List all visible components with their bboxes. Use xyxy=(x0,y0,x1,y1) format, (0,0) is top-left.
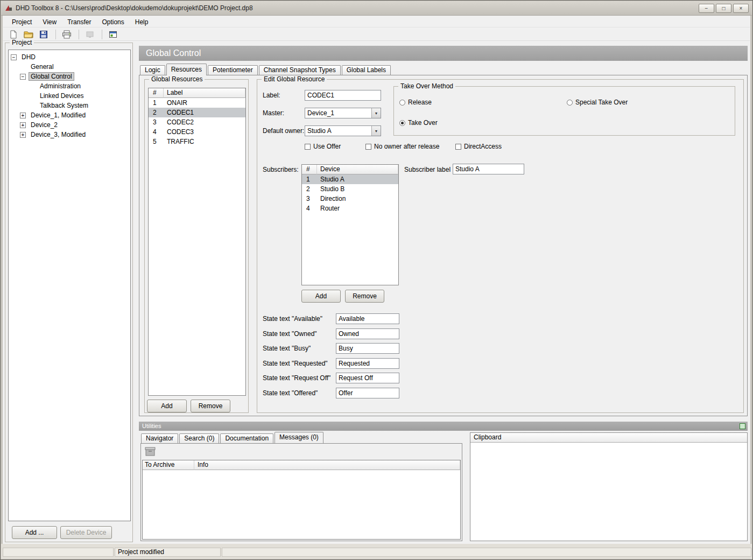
device-window-icon[interactable] xyxy=(106,29,119,40)
use-offer-checkbox[interactable]: Use Offer xyxy=(305,143,341,150)
project-tree[interactable]: −DHDGeneral−Global ControlAdministration… xyxy=(8,50,131,521)
tab-resources[interactable]: Resources xyxy=(166,64,207,75)
remove-resource-button[interactable]: Remove xyxy=(191,400,230,412)
radio-icon xyxy=(567,100,573,106)
menu-item-options[interactable]: Options xyxy=(96,17,129,27)
collapse-icon[interactable]: − xyxy=(20,74,26,80)
tree-item-device-1-modified[interactable]: +Device_1, Modified xyxy=(9,110,130,120)
direct-access-checkbox[interactable]: DirectAccess xyxy=(455,143,502,150)
radio-label: Special Take Over xyxy=(575,99,628,106)
menu-item-view[interactable]: View xyxy=(37,17,62,27)
state-text-label: State text "Requested" xyxy=(263,360,328,367)
print-icon[interactable] xyxy=(60,29,73,40)
tab-channel-snapshot-types[interactable]: Channel Snapshot Types xyxy=(259,65,341,75)
state-text-input-available[interactable] xyxy=(336,313,399,324)
tab-potentiometer[interactable]: Potentiometer xyxy=(208,65,258,75)
table-header: To ArchiveInfo xyxy=(143,460,460,470)
menu-item-help[interactable]: Help xyxy=(130,17,154,27)
expand-icon[interactable]: + xyxy=(20,113,26,118)
save-icon[interactable] xyxy=(37,29,50,40)
table-header: #Device xyxy=(302,165,398,174)
status-message: Project modified xyxy=(115,548,221,557)
resource-row-codec1[interactable]: 2CODEC1 xyxy=(149,108,245,117)
expand-icon[interactable]: + xyxy=(20,122,26,128)
subscriber-row-studio-b[interactable]: 2Studio B xyxy=(302,184,398,194)
expand-icon[interactable]: + xyxy=(20,132,26,138)
subscriber-row-direction[interactable]: 3Direction xyxy=(302,194,398,204)
table-body: 1ONAIR2CODEC13CODEC24CODEC35TRAFFIC xyxy=(149,98,245,395)
resource-row-traffic[interactable]: 5TRAFFIC xyxy=(149,137,245,146)
tree-item-device-2[interactable]: +Device_2 xyxy=(9,120,130,130)
menu-item-transfer[interactable]: Transfer xyxy=(62,17,96,27)
subscriber-label-input[interactable] xyxy=(453,164,524,174)
state-text-input-offer[interactable] xyxy=(336,388,399,398)
subscriber-row-router[interactable]: 4Router xyxy=(302,204,398,213)
expand-panel-icon[interactable] xyxy=(740,423,745,429)
collapse-icon[interactable]: − xyxy=(11,54,17,60)
no-owner-after-release-checkbox[interactable]: No owner after release xyxy=(365,143,439,150)
chevron-down-icon[interactable]: ▼ xyxy=(371,108,381,118)
add-device-button[interactable]: Add ... xyxy=(12,526,57,539)
utility-tab-documentation[interactable]: Documentation xyxy=(220,433,273,443)
utility-tab-navigator[interactable]: Navigator xyxy=(141,433,178,443)
tree-item-label: Device_3, Modified xyxy=(29,130,88,139)
utility-tab-messages-0[interactable]: Messages (0) xyxy=(275,432,323,443)
row-value: TRAFFIC xyxy=(164,138,245,145)
tree-item-device-3-modified[interactable]: +Device_3, Modified xyxy=(9,130,130,139)
special-take-over-radio[interactable]: Special Take Over xyxy=(567,99,628,106)
messages-table[interactable]: To ArchiveInfo xyxy=(142,460,461,540)
main-tabs: LogicResourcesPotentiometerChannel Snaps… xyxy=(140,64,392,75)
tree-item-talkback-system[interactable]: Talkback System xyxy=(9,101,130,110)
default-owner-select[interactable]: Studio A ▼ xyxy=(305,125,381,136)
chevron-down-icon[interactable]: ▼ xyxy=(371,126,381,136)
release-radio[interactable]: Release xyxy=(399,99,432,106)
maximize-button[interactable]: □ xyxy=(716,4,731,13)
radio-label: Take Over xyxy=(408,119,438,127)
state-text-input-request-off[interactable] xyxy=(336,373,399,383)
add-subscriber-button[interactable]: Add xyxy=(301,290,341,303)
add-resource-button[interactable]: Add xyxy=(147,400,187,412)
window-title: DHD Toolbox 8 - C:\Users\prod\Desktop\do… xyxy=(16,4,253,12)
title-bar[interactable]: DHD Toolbox 8 - C:\Users\prod\Desktop\do… xyxy=(1,1,752,16)
resource-row-onair[interactable]: 1ONAIR xyxy=(149,98,245,108)
subscribers-table[interactable]: #Device 1Studio A2Studio B3Direction4Rou… xyxy=(301,164,399,285)
edit-global-resource-group: Edit Global Resource Label: Master: Devi… xyxy=(257,79,744,413)
state-text-input-requested[interactable] xyxy=(336,358,399,369)
utility-tab-search-0[interactable]: Search (0) xyxy=(179,433,219,443)
close-button[interactable]: × xyxy=(733,4,749,13)
resource-row-codec2[interactable]: 3CODEC2 xyxy=(149,117,245,127)
state-text-input-owned[interactable] xyxy=(336,328,399,339)
tree-item-label: DHD xyxy=(19,53,38,61)
global-resources-table[interactable]: #Label 1ONAIR2CODEC13CODEC24CODEC35TRAFF… xyxy=(148,88,246,396)
state-text-label: State text "Available" xyxy=(263,315,322,323)
take-over-radio[interactable]: Take Over xyxy=(399,119,438,127)
minimize-button[interactable]: − xyxy=(699,4,714,13)
tab-global-labels[interactable]: Global Labels xyxy=(342,65,391,75)
label-input[interactable] xyxy=(305,90,381,101)
tree-item-administration[interactable]: Administration xyxy=(9,81,130,91)
messages-panel: To ArchiveInfo xyxy=(140,443,462,541)
table-body xyxy=(143,470,460,539)
checkbox-label: Use Offer xyxy=(313,143,341,150)
resource-row-codec3[interactable]: 4CODEC3 xyxy=(149,127,245,137)
toolbar-separator xyxy=(79,30,79,39)
tree-item-general[interactable]: General xyxy=(9,62,130,72)
tree-item-dhd[interactable]: −DHD xyxy=(9,52,130,62)
tree-item-label: Administration xyxy=(38,82,83,90)
row-number: 3 xyxy=(149,118,164,126)
menu-item-project[interactable]: Project xyxy=(6,17,37,27)
window-controls: − □ × xyxy=(699,4,749,13)
remove-subscriber-button[interactable]: Remove xyxy=(345,290,384,303)
tree-item-global-control[interactable]: −Global Control xyxy=(9,72,130,81)
archive-icon[interactable] xyxy=(144,446,156,457)
state-text-input-busy[interactable] xyxy=(336,343,399,354)
group-title: Take Over Method xyxy=(398,82,455,90)
tab-logic[interactable]: Logic xyxy=(140,65,165,75)
tree-item-linked-devices[interactable]: Linked Devices xyxy=(9,91,130,101)
master-select[interactable]: Device_1 ▼ xyxy=(305,108,381,118)
status-cell-right xyxy=(222,548,751,557)
subscriber-row-studio-a[interactable]: 1Studio A xyxy=(302,174,398,184)
utilities-header: Utilities xyxy=(139,422,748,431)
menu-bar: ProjectViewTransferOptionsHelp xyxy=(3,17,750,27)
clipboard-body[interactable] xyxy=(470,443,747,541)
